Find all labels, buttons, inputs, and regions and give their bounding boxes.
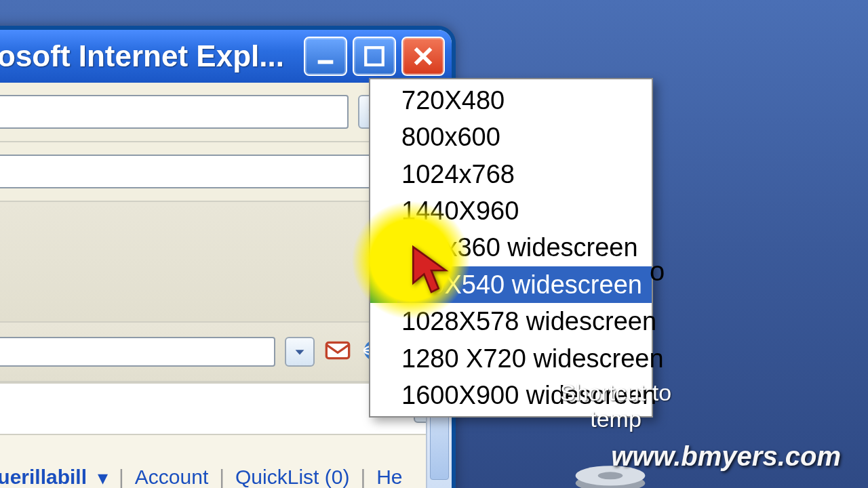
- resolution-option-label: 720X480: [401, 86, 505, 115]
- desktop-shortcut[interactable]: Shortcut to temp: [548, 380, 684, 432]
- resolution-menu: 720X480800x6001024x7681440X960640x360 wi…: [369, 78, 653, 418]
- window-title: osoft Internet Expl...: [0, 39, 304, 73]
- maximize-button[interactable]: [353, 37, 396, 76]
- resolution-option-label: 960X540 widescreen: [401, 270, 642, 299]
- secondary-input[interactable]: [0, 337, 275, 367]
- bottom-link-bar: guerillabill ▾ | Account | QuickList (0)…: [0, 464, 403, 488]
- background-text-fragment: o: [650, 256, 665, 287]
- resolution-option[interactable]: 1440X960: [370, 192, 652, 229]
- titlebar: osoft Internet Expl...: [0, 30, 452, 83]
- resolution-option[interactable]: 1280 X720 widescreen: [370, 340, 652, 377]
- resolution-option[interactable]: 640x360 widescreen: [370, 229, 652, 266]
- account-link[interactable]: Account: [135, 466, 208, 488]
- resolution-option-label: 800x600: [401, 123, 500, 151]
- quicklist-link[interactable]: QuickList (0): [235, 466, 349, 488]
- username-link[interactable]: guerillabill: [0, 466, 87, 488]
- resolution-option-label: 1280 X720 widescreen: [401, 344, 664, 373]
- resolution-option[interactable]: 960X540 widescreen: [370, 266, 652, 303]
- resolution-option[interactable]: 800x600: [370, 119, 652, 155]
- help-link[interactable]: He: [376, 466, 402, 488]
- shortcut-label-line2: temp: [548, 406, 684, 432]
- resolution-option[interactable]: 1028X578 widescreen: [370, 303, 652, 340]
- secondary-dropdown-button[interactable]: [285, 337, 315, 367]
- svg-rect-1: [366, 47, 383, 65]
- resolution-option-label: 1028X578 widescreen: [401, 307, 656, 336]
- minimize-button[interactable]: [304, 37, 347, 76]
- resolution-option[interactable]: 720X480: [370, 82, 652, 119]
- resolution-option-label: 640x360 widescreen: [401, 233, 638, 262]
- shortcut-label-line1: Shortcut to: [548, 380, 684, 406]
- watermark: www.bmyers.com: [611, 441, 841, 472]
- address-input[interactable]: [0, 95, 349, 129]
- svg-rect-0: [318, 60, 334, 64]
- search-input[interactable]: [0, 155, 404, 188]
- mail-icon[interactable]: [324, 337, 351, 367]
- close-button[interactable]: [401, 37, 445, 76]
- svg-rect-2: [326, 342, 349, 358]
- resolution-option-label: 1440X960: [401, 197, 519, 225]
- caret-down-icon[interactable]: ▾: [98, 466, 108, 489]
- resolution-option-label: 1024x768: [401, 160, 515, 188]
- resolution-option[interactable]: 1024x768: [370, 156, 652, 192]
- svg-point-11: [598, 472, 623, 479]
